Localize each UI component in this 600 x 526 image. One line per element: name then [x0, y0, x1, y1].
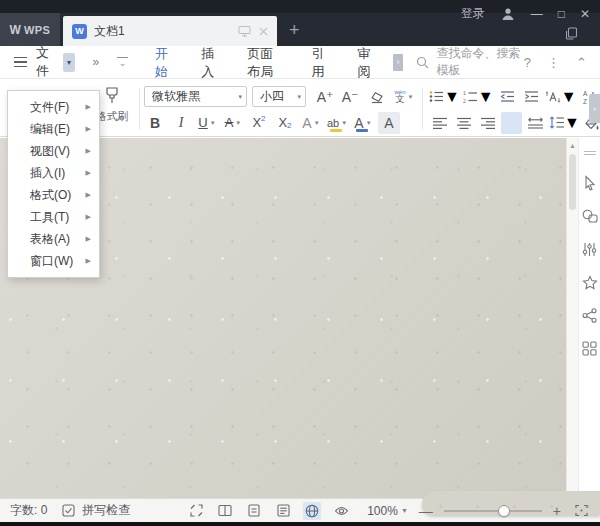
subscript-button[interactable]: X2	[274, 112, 296, 134]
subscript-glyph: X	[278, 115, 287, 130]
monitor-icon[interactable]	[238, 25, 251, 37]
zoom-in-button[interactable]: +	[553, 503, 561, 519]
read-layout-icon[interactable]	[216, 502, 234, 520]
sidebar-handle-icon[interactable]	[580, 143, 600, 163]
zoom-slider[interactable]	[444, 504, 542, 518]
overflow-menu-icon[interactable]: ⋮	[547, 55, 560, 70]
word-count[interactable]: 字数: 0	[10, 502, 47, 519]
clear-formatting-button[interactable]	[366, 86, 388, 108]
shrink-font-button[interactable]: A⁻	[339, 86, 361, 108]
text-effects-button[interactable]: A▼	[300, 112, 322, 134]
zoom-level-button[interactable]: 100% ▼	[367, 504, 408, 518]
close-button[interactable]: ✕	[580, 7, 590, 21]
shrink-font-glyph: A⁻	[342, 89, 359, 105]
underline-button[interactable]: U▼	[196, 112, 218, 134]
underline-glyph: U	[198, 115, 207, 130]
select-tool-icon[interactable]	[580, 173, 600, 193]
right-sidebar	[578, 138, 600, 498]
font-group: 微软雅黑 ▾ 小四 ▾ A⁺ A⁻ wén 文	[144, 85, 415, 134]
quick-access-expand-icon[interactable]: »	[92, 55, 98, 69]
file-menu-caret-icon[interactable]: ▾	[63, 53, 76, 72]
italic-glyph: I	[179, 115, 184, 131]
line-spacing-button[interactable]: ▼	[549, 112, 580, 134]
hamburger-menu-icon[interactable]	[14, 57, 27, 68]
font-size-select[interactable]: 小四 ▾	[252, 86, 306, 107]
shapes-tool-icon[interactable]	[580, 206, 600, 226]
superscript-mark: 2	[261, 114, 265, 123]
quick-access-collapse-icon[interactable]: ⌄	[117, 57, 128, 68]
align-center-button[interactable]	[453, 112, 474, 134]
distribute-icon	[528, 117, 543, 129]
fit-page-icon[interactable]	[572, 502, 590, 520]
superscript-button[interactable]: X2	[248, 112, 270, 134]
avatar-icon[interactable]	[500, 6, 516, 22]
writer-doc-icon: W	[72, 24, 87, 39]
align-left-button[interactable]	[429, 112, 450, 134]
more-tabs-button[interactable]: ›	[393, 54, 404, 71]
menubar-right: ? ⋮ ⌃	[524, 55, 587, 70]
justify-button[interactable]	[501, 112, 522, 134]
eye-protection-icon[interactable]	[332, 502, 350, 520]
zoom-slider-thumb[interactable]	[498, 505, 510, 517]
font-color-button[interactable]: A▼	[352, 112, 374, 134]
menu-item-tools[interactable]: 工具(T) ▶	[8, 206, 99, 228]
pinyin-guide-button[interactable]: wén 文 ▼	[393, 86, 415, 108]
workspace-switch-icon[interactable]	[565, 27, 578, 40]
menu-item-format[interactable]: 格式(O) ▶	[8, 184, 99, 206]
web-layout-icon[interactable]	[303, 502, 321, 520]
fullscreen-icon[interactable]	[187, 502, 205, 520]
bold-button[interactable]: B	[144, 112, 166, 134]
new-tab-button[interactable]: +	[289, 21, 300, 39]
menu-item-window[interactable]: 窗口(W) ▶	[8, 250, 99, 272]
outline-view-icon[interactable]	[274, 502, 292, 520]
align-right-button[interactable]	[477, 112, 498, 134]
minimize-button[interactable]: —	[531, 7, 543, 21]
increase-indent-button[interactable]	[521, 86, 542, 108]
zoom-out-button[interactable]: —	[419, 503, 433, 519]
collapse-ribbon-icon[interactable]: ⌃	[576, 55, 587, 70]
menu-item-insert[interactable]: 插入(I) ▶	[8, 162, 99, 184]
scrollbar-thumb[interactable]	[569, 154, 576, 210]
apps-grid-icon[interactable]	[580, 338, 600, 358]
text-direction-button[interactable]: ▼	[545, 86, 577, 108]
login-button[interactable]: 登录	[461, 5, 485, 22]
font-name-select[interactable]: 微软雅黑 ▾	[144, 86, 247, 107]
app-logo[interactable]: W WPS	[0, 13, 60, 46]
svg-text:A: A	[583, 90, 588, 97]
bullet-list-button[interactable]: ▼	[429, 86, 460, 108]
help-button[interactable]: ?	[524, 55, 531, 70]
toolbar-expand-button[interactable]: ›	[589, 94, 600, 123]
menu-item-table[interactable]: 表格(A) ▶	[8, 228, 99, 250]
grow-font-button[interactable]: A⁺	[314, 86, 336, 108]
menu-item-file[interactable]: 文件(F) ▶	[8, 96, 99, 118]
menu-item-view[interactable]: 视图(V) ▶	[8, 140, 99, 162]
statusbar: 字数: 0 拼写检查	[0, 498, 600, 522]
eraser-icon	[369, 89, 386, 105]
pinyin-icon: wén 文	[395, 89, 406, 104]
zoom-slider-track	[444, 510, 542, 512]
properties-sliders-icon[interactable]	[580, 239, 600, 259]
distribute-button[interactable]	[525, 112, 546, 134]
spellcheck-label[interactable]: 拼写检查	[82, 502, 130, 519]
italic-button[interactable]: I	[170, 112, 192, 134]
spellcheck-checkbox-icon[interactable]	[62, 504, 75, 517]
menu-item-label: 编辑(E)	[30, 121, 70, 138]
chevron-down-icon: ▼	[444, 88, 460, 106]
page-view-icon[interactable]	[245, 502, 263, 520]
decrease-indent-button[interactable]	[497, 86, 518, 108]
scroll-up-arrow-icon[interactable]: ▲	[569, 142, 576, 149]
vertical-scrollbar[interactable]: ▲	[566, 138, 578, 498]
numbered-list-button[interactable]: 12 ▼	[463, 86, 494, 108]
command-search[interactable]: 查找命令、搜索模板	[416, 45, 523, 79]
menu-item-edit[interactable]: 编辑(E) ▶	[8, 118, 99, 140]
svg-text:2: 2	[463, 98, 466, 104]
highlight-color-button[interactable]: ab▼	[326, 112, 348, 134]
strikethrough-button[interactable]: A▼	[222, 112, 244, 134]
file-menu-button[interactable]: 文件	[36, 44, 58, 80]
share-icon[interactable]	[580, 305, 600, 325]
close-tab-icon[interactable]	[259, 27, 268, 36]
status-right: 100% ▼ — +	[187, 502, 590, 520]
favorites-star-icon[interactable]	[580, 272, 600, 292]
character-border-button[interactable]: A	[378, 112, 400, 134]
maximize-button[interactable]: □	[558, 7, 565, 21]
